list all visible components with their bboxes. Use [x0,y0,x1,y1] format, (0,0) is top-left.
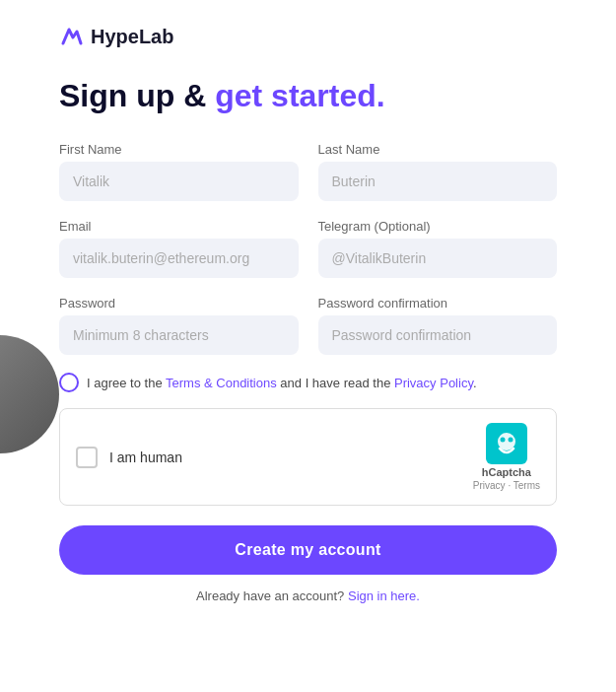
captcha-brand: hCaptcha [482,466,531,478]
signin-link[interactable]: Sign in here. [348,588,420,603]
agree-text: I agree to the Terms & Conditions and I … [87,376,477,390]
page-heading: Sign up & get started. [59,77,557,114]
last-name-input[interactable] [318,162,558,201]
telegram-label: Telegram (Optional) [318,219,558,234]
captcha-privacy-link[interactable]: Privacy [473,480,506,491]
password-group: Password [59,296,299,355]
email-group: Email [59,219,299,278]
form-container: First Name Last Name Email Telegram (Opt… [59,142,557,603]
captcha-right: hCaptcha Privacy · Terms [473,423,540,491]
first-name-group: First Name [59,142,299,201]
first-name-input[interactable] [59,162,299,201]
password-label: Password [59,296,299,311]
captcha-logo-icon [486,423,527,464]
password-row: Password Password confirmation [59,296,557,355]
captcha-checkbox[interactable] [76,447,98,468]
telegram-group: Telegram (Optional) [318,219,558,278]
create-account-button[interactable]: Create my account [59,525,557,575]
page-container: HypeLab Sign up & get started. First Nam… [0,0,616,692]
decorative-circle [0,335,59,453]
captcha-box[interactable]: I am human hCaptcha Privacy · Terms [59,408,557,506]
captcha-left: I am human [76,447,182,468]
logo-text: HypeLab [91,26,173,48]
svg-point-2 [500,438,505,443]
last-name-group: Last Name [318,142,558,201]
email-input[interactable] [59,239,299,278]
password-input[interactable] [59,315,299,355]
captcha-label: I am human [109,450,182,465]
agree-radio[interactable] [59,373,79,392]
signin-text: Already have an account? [196,588,344,603]
telegram-input[interactable] [318,239,558,278]
name-row: First Name Last Name [59,142,557,201]
password-confirm-group: Password confirmation [318,296,558,355]
hypelab-logo-icon [59,24,85,49]
password-confirm-input[interactable] [318,315,558,355]
agree-row: I agree to the Terms & Conditions and I … [59,373,557,392]
captcha-links: Privacy · Terms [473,480,540,491]
password-confirm-label: Password confirmation [318,296,558,311]
signin-row: Already have an account? Sign in here. [59,588,557,603]
terms-link[interactable]: Terms & Conditions [166,376,277,390]
privacy-link[interactable]: Privacy Policy [394,376,473,390]
first-name-label: First Name [59,142,299,157]
svg-point-3 [508,438,513,443]
email-telegram-row: Email Telegram (Optional) [59,219,557,278]
logo-area: HypeLab [59,24,557,49]
captcha-terms-link[interactable]: Terms [513,480,540,491]
last-name-label: Last Name [318,142,558,157]
email-label: Email [59,219,299,234]
